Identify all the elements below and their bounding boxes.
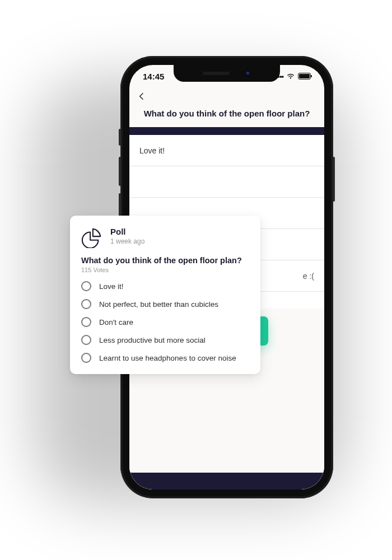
poll-question: What do you think of the open floor plan… — [81, 256, 249, 265]
radio-icon — [81, 335, 91, 345]
poll-options: Love it! Not perfect, but better than cu… — [81, 281, 249, 363]
bottom-bar — [129, 473, 324, 489]
poll-card: Poll 1 week ago What do you think of the… — [70, 216, 260, 374]
divider-bar — [129, 127, 324, 135]
poll-option-label: Learnt to use headphones to cover noise — [99, 354, 236, 362]
battery-icon — [298, 73, 311, 80]
list-item[interactable] — [129, 166, 324, 198]
phone-side-button — [119, 129, 121, 146]
poll-option-label: Not perfect, but better than cubicles — [99, 300, 218, 309]
phone-side-button — [333, 157, 335, 202]
list-item-label: e :( — [303, 272, 314, 281]
poll-option-label: Love it! — [99, 282, 124, 291]
page-title: What do you think of the open floor plan… — [129, 105, 324, 127]
poll-option[interactable]: Don't care — [81, 317, 249, 327]
radio-icon — [81, 299, 91, 309]
poll-votes: 115 Votes — [81, 267, 249, 273]
poll-age: 1 week ago — [110, 237, 144, 245]
phone-side-button — [119, 157, 121, 186]
list-item-label: Love it! — [139, 146, 165, 155]
list-item[interactable]: Love it! — [129, 135, 324, 166]
radio-icon — [81, 281, 91, 291]
status-time: 14:45 — [143, 72, 164, 81]
phone-camera — [245, 71, 251, 76]
radio-icon — [81, 353, 91, 363]
poll-option-label: Less productive but more social — [99, 336, 206, 344]
poll-option[interactable]: Less productive but more social — [81, 335, 249, 345]
poll-option[interactable]: Not perfect, but better than cubicles — [81, 299, 249, 309]
poll-option[interactable]: Love it! — [81, 281, 249, 291]
pie-chart-icon — [81, 227, 102, 248]
poll-option[interactable]: Learnt to use headphones to cover noise — [81, 353, 249, 363]
poll-type-label: Poll — [110, 227, 144, 236]
back-icon[interactable] — [137, 92, 146, 101]
radio-icon — [81, 317, 91, 327]
poll-option-label: Don't care — [99, 318, 133, 326]
phone-notch — [174, 65, 280, 82]
wifi-icon — [286, 73, 295, 80]
phone-speaker — [203, 72, 230, 75]
